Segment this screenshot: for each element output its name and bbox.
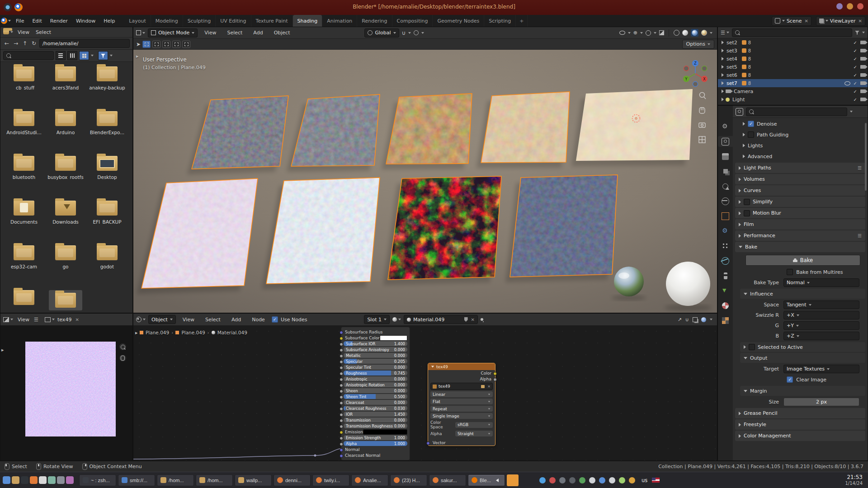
subpanel-denoise[interactable]: ✓Denoise xyxy=(733,118,868,129)
taskbar-window-twily-i[interactable]: twily.i... xyxy=(312,474,349,486)
expand-icon[interactable] xyxy=(722,49,724,52)
bsdf-input-transmission-roughness[interactable]: Transmission Roughness0.000 xyxy=(341,423,410,429)
image-texture-node[interactable]: tex49 Color Alpha tex49 ✕ Linear Flat Re… xyxy=(428,363,495,446)
expand-icon[interactable] xyxy=(744,390,747,392)
proportional-chevron-icon[interactable] xyxy=(421,32,424,34)
display-mode-vertical-list-icon[interactable] xyxy=(56,51,66,60)
viewport-editor[interactable]: Z Y X Object Mode View Select Add xyxy=(133,27,717,313)
viewport-menu-view[interactable]: View xyxy=(200,27,220,38)
filter-settings-chevron-icon[interactable] xyxy=(110,55,113,56)
taskbar-window-wallp[interactable]: wallp... xyxy=(235,474,272,486)
file-search-input[interactable] xyxy=(3,51,54,60)
expand-icon[interactable] xyxy=(743,155,745,158)
path-guiding-checkbox[interactable] xyxy=(748,131,754,138)
exclude-checkbox-icon[interactable]: ✓ xyxy=(854,81,857,86)
overlays-chevron-icon[interactable] xyxy=(654,32,656,34)
mode-dropdown[interactable]: Object Mode xyxy=(148,28,198,38)
tab-compositing[interactable]: Compositing xyxy=(392,15,433,27)
bsdf-input-clearcoat-normal[interactable]: Clearcoat Normal xyxy=(341,452,410,458)
use-nodes-checkbox[interactable]: ✓ xyxy=(272,316,278,323)
properties-tab-particles[interactable] xyxy=(718,240,733,251)
expand-icon[interactable] xyxy=(744,345,746,349)
source-dropdown[interactable]: Single Image xyxy=(430,413,493,419)
socket-icon[interactable] xyxy=(340,395,343,399)
material-slot-dropdown[interactable]: Slot 1 xyxy=(364,315,390,324)
file-browser-menu-select[interactable]: Select xyxy=(34,27,53,37)
properties-tab-material[interactable] xyxy=(718,300,733,311)
bake-from-multires-checkbox[interactable] xyxy=(787,269,793,275)
value-widget[interactable]: Roughness0.745 xyxy=(344,371,407,375)
file-folder-item[interactable]: esp32-cam xyxy=(3,245,45,284)
node-snap-magnet-icon[interactable]: ∪ xyxy=(685,317,689,323)
bsdf-input-normal[interactable]: Normal xyxy=(341,446,410,452)
exclude-checkbox-icon[interactable]: ✓ xyxy=(854,89,857,94)
socket-icon[interactable] xyxy=(340,389,343,393)
window-close-button[interactable] xyxy=(857,3,863,9)
expand-icon[interactable] xyxy=(739,166,741,170)
socket-icon[interactable] xyxy=(340,348,343,352)
shader-type-dropdown[interactable]: Object xyxy=(148,315,176,324)
interpolation-dropdown[interactable]: Linear xyxy=(430,391,493,397)
outliner-row-set2[interactable]: set28✓ xyxy=(718,38,868,47)
browse-material-icon[interactable] xyxy=(392,317,401,322)
panel-performance[interactable]: Performance☰ xyxy=(735,230,865,241)
select-mode-new-icon[interactable] xyxy=(142,41,151,48)
swizzle-r-dropdown[interactable]: +X xyxy=(783,311,859,319)
panel-color-management[interactable]: Color Management xyxy=(735,431,865,441)
node-input-vector[interactable]: Vector xyxy=(428,440,495,446)
expand-icon[interactable] xyxy=(722,98,724,101)
proportional-editing-icon[interactable] xyxy=(414,30,419,35)
expand-icon[interactable] xyxy=(739,200,741,204)
bsdf-input-emission-strength[interactable]: Emission Strength1.000 xyxy=(341,435,410,441)
file-folder-item[interactable]: bluetooth xyxy=(3,156,45,194)
breadcrumb-object-data[interactable]: Plane.049 xyxy=(181,330,205,335)
tab-geometry-nodes[interactable]: Geometry Nodes xyxy=(433,15,484,27)
file-browser-menu-view[interactable]: View xyxy=(16,27,31,37)
properties-options-chevron-icon[interactable] xyxy=(850,111,853,113)
exclude-checkbox-icon[interactable]: ✓ xyxy=(854,97,857,102)
disable-render-icon[interactable] xyxy=(860,98,866,101)
socket-icon[interactable] xyxy=(340,331,343,334)
bsdf-input-alpha[interactable]: Alpha1.000 xyxy=(341,441,410,446)
taskbar-window-hom[interactable]: /hom... xyxy=(157,474,194,486)
size-slider[interactable]: 2 px xyxy=(783,398,859,406)
xray-toggle-icon[interactable] xyxy=(659,30,664,35)
g-dropdown[interactable]: +Y xyxy=(783,321,859,330)
expand-icon[interactable] xyxy=(744,357,747,359)
file-folder-item[interactable]: anakey-backup xyxy=(86,66,128,105)
image-editor-canvas[interactable]: ▸ xyxy=(0,325,132,460)
shading-chevron-icon[interactable] xyxy=(710,32,712,34)
simplify-checkbox[interactable] xyxy=(744,199,750,205)
settings-icon[interactable] xyxy=(57,476,65,484)
socket-icon[interactable] xyxy=(340,425,343,428)
bsdf-input-sheen-tint[interactable]: Sheen Tint0.500 xyxy=(341,394,410,399)
window-maximize-button[interactable] xyxy=(847,3,853,9)
clear-image-row[interactable]: ✓Clear Image xyxy=(733,374,868,385)
transform-orientation-dropdown[interactable]: Global xyxy=(364,28,399,38)
fake-user-shield-icon[interactable] xyxy=(464,317,468,322)
properties-tab-render[interactable] xyxy=(718,136,733,147)
subpanel-lights[interactable]: Lights xyxy=(733,140,868,151)
file-folder-item[interactable]: BlenderExpo... xyxy=(86,111,128,150)
plane-rust[interactable] xyxy=(386,94,472,164)
properties-tab-texture[interactable] xyxy=(718,315,733,326)
plane-rock-navy[interactable] xyxy=(510,175,618,277)
disable-render-icon[interactable] xyxy=(860,81,866,85)
node-preview-chevron-icon[interactable] xyxy=(710,319,712,320)
expand-icon[interactable] xyxy=(722,73,724,77)
properties-tab-object-data[interactable] xyxy=(718,285,733,296)
panel-motion-blur[interactable]: Motion Blur xyxy=(735,208,865,218)
shader-menu-add[interactable]: Add xyxy=(227,314,245,325)
properties-tab-modifiers[interactable] xyxy=(718,225,733,236)
web-browser-icon[interactable] xyxy=(30,476,38,484)
breadcrumb-object[interactable]: Plane.049 xyxy=(146,330,169,335)
properties-search-input[interactable] xyxy=(746,108,847,116)
bsdf-input-roughness[interactable]: Roughness0.745 xyxy=(341,370,410,376)
shading-rendered-icon[interactable] xyxy=(701,30,707,36)
tab-rendering[interactable]: Rendering xyxy=(357,15,392,27)
select-mode-invert-icon[interactable] xyxy=(172,41,180,48)
expand-icon[interactable] xyxy=(739,423,741,427)
expand-icon[interactable] xyxy=(739,412,741,415)
material-unlink-icon[interactable]: ✕ xyxy=(471,317,475,322)
socket-icon[interactable] xyxy=(340,343,343,346)
